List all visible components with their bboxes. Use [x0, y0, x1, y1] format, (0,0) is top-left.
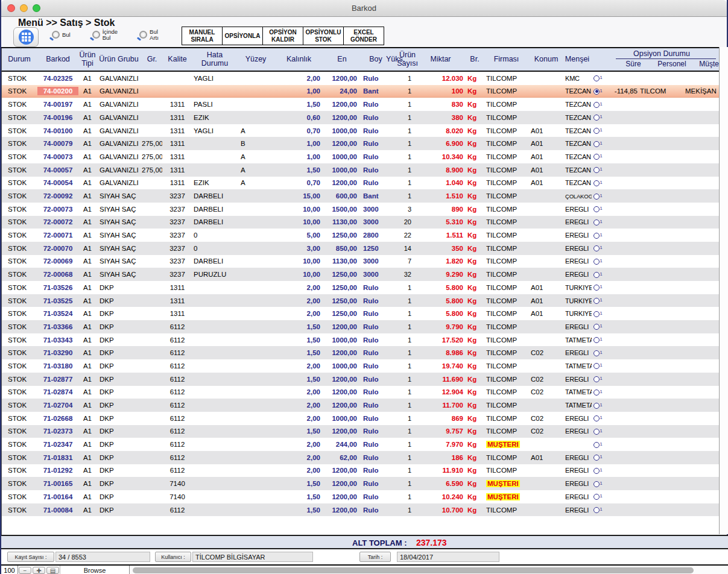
- stock-row-74-00073[interactable]: STOK74-00073A1GALVANIZLI275,001311A1,001…: [2, 150, 719, 163]
- opsiyon-radio[interactable]: 1: [592, 481, 605, 487]
- stock-row-74-02325[interactable]: STOK74-02325A1GALVANIZLIYAGLI2,001200,00…: [2, 72, 719, 85]
- radio-icon[interactable]: [593, 180, 600, 186]
- opsiyon-radio[interactable]: 1: [592, 258, 605, 265]
- layout-toggle-icon[interactable]: ▤: [46, 567, 59, 574]
- opsiyon-radio[interactable]: 1: [592, 219, 605, 226]
- opsiyon-radio[interactable]: 1: [592, 127, 605, 134]
- radio-icon[interactable]: [593, 128, 600, 134]
- radio-icon[interactable]: [593, 194, 600, 200]
- stock-row-72-00070[interactable]: STOK72-00070A1SIYAH SAÇ323703,00850,0012…: [2, 242, 719, 255]
- stock-row-72-00072[interactable]: STOK72-00072A1SIYAH SAÇ3237DARBELI10,001…: [2, 216, 719, 229]
- stock-row-74-00200[interactable]: STOK74-00200A1GALVANIZLI1,0024,00Bant110…: [2, 85, 719, 98]
- radio-icon[interactable]: [593, 115, 600, 121]
- opsiyon-radio[interactable]: 1: [592, 323, 605, 330]
- stock-row-71-03526[interactable]: STOK71-03526A1DKP13112,001250,00Rulo15.8…: [2, 281, 719, 294]
- stock-row-71-03524[interactable]: STOK71-03524A1DKP13112,001250,00Rulo15.8…: [2, 307, 719, 320]
- zoom-out-button[interactable]: −: [19, 567, 31, 574]
- stock-row-71-01292[interactable]: STOK71-01292A1DKP61122,001200,00Rulo111.…: [2, 464, 719, 478]
- radio-icon[interactable]: [593, 494, 600, 500]
- opsiyon-radio[interactable]: 1: [592, 402, 605, 409]
- find-button-bul[interactable]: Bul: [52, 29, 71, 41]
- opsiyon-radio[interactable]: 1: [592, 206, 605, 212]
- stock-row-71-03366[interactable]: STOK71-03366A1DKP61121,501200,00Rulo19.7…: [2, 320, 719, 333]
- stock-row-71-02347[interactable]: STOK71-02347A1DKP61122,00244,00Rulo17.97…: [2, 438, 719, 451]
- stock-row-72-00071[interactable]: STOK72-00071A1SIYAH SAÇ323705,001250,002…: [2, 229, 719, 242]
- action-button-opsi-yonlu-stok[interactable]: OPSİYONLU STOK: [303, 27, 344, 45]
- stock-row-71-03343[interactable]: STOK71-03343A1DKP61121,501000,00Rulo117.…: [2, 333, 719, 347]
- radio-icon[interactable]: [593, 154, 600, 160]
- horizontal-scrollbar[interactable]: [130, 566, 728, 574]
- opsiyon-radio[interactable]: 1: [592, 441, 605, 448]
- radio-icon[interactable]: [593, 350, 600, 356]
- radio-icon[interactable]: [593, 233, 600, 239]
- radio-icon[interactable]: [593, 298, 600, 304]
- radio-icon[interactable]: [593, 245, 600, 251]
- opsiyon-radio[interactable]: 1: [592, 311, 605, 317]
- opsiyon-radio[interactable]: 1: [592, 114, 605, 121]
- stock-row-71-02704[interactable]: STOK71-02704A1DKP61122,001200,00Rulo111.…: [2, 399, 719, 412]
- stock-row-71-02877[interactable]: STOK71-02877A1DKP61121,501200,00Rulo111.…: [2, 373, 719, 386]
- stock-row-72-00073[interactable]: STOK72-00073A1SIYAH SAÇ3237DARBELI10,001…: [2, 203, 719, 216]
- user-field[interactable]: TİLCOMP BİLGİSAYAR: [192, 552, 313, 562]
- record-count-field[interactable]: 34 / 8553: [55, 552, 150, 562]
- stock-row-71-00084[interactable]: STOK71-00084A1DKP61121,501200,00Rulo110.…: [2, 503, 719, 517]
- radio-icon[interactable]: [593, 259, 600, 265]
- find-button-i-cinde-bul[interactable]: İçinde Bul: [92, 29, 118, 41]
- radio-selected-icon[interactable]: [593, 89, 600, 95]
- stock-row-71-03290[interactable]: STOK71-03290A1DKP61121,501200,00Rulo18.9…: [2, 346, 719, 359]
- opsiyon-radio[interactable]: 1: [592, 350, 605, 356]
- radio-icon[interactable]: [593, 219, 600, 226]
- stock-row-74-00100[interactable]: STOK74-00100A1GALVANIZLI1311YAGLIA0,7010…: [2, 124, 719, 137]
- opsiyon-radio[interactable]: 1: [592, 245, 605, 251]
- radio-icon[interactable]: [593, 272, 600, 278]
- find-button-bul-arti[interactable]: Bul Artı: [139, 29, 159, 41]
- opsiyon-radio[interactable]: 1: [592, 415, 605, 421]
- radio-icon[interactable]: [593, 442, 600, 448]
- stock-row-71-00165[interactable]: STOK71-00165A1DKP71401,501200,00Rulo16.5…: [2, 477, 719, 490]
- action-button-excel-gonder[interactable]: EXCEL GÖNDER: [343, 27, 384, 45]
- opsiyon-radio[interactable]: 1: [592, 153, 605, 160]
- stock-row-72-00068[interactable]: STOK72-00068A1SIYAH SAÇ3237PURUZLU10,001…: [2, 268, 719, 281]
- action-button-opsi-yonla[interactable]: OPSİYONLA: [222, 27, 263, 45]
- radio-icon[interactable]: [593, 376, 600, 382]
- radio-icon[interactable]: [593, 206, 600, 212]
- opsiyon-radio[interactable]: 1: [592, 428, 605, 435]
- radio-icon[interactable]: [593, 468, 600, 474]
- stock-row-74-00196[interactable]: STOK74-00196A1GALVANIZLI1311EZIK0,601200…: [2, 111, 719, 124]
- opsiyon-radio[interactable]: 1: [592, 389, 605, 396]
- stock-row-71-03525[interactable]: STOK71-03525A1DKP13112,001250,00Rulo15.8…: [2, 294, 719, 308]
- radio-icon[interactable]: [593, 429, 600, 435]
- stock-row-71-03180[interactable]: STOK71-03180A1DKP61122,001000,00Rulo119.…: [2, 359, 719, 373]
- opsiyon-radio[interactable]: 1: [592, 140, 605, 147]
- stock-row-74-00079[interactable]: STOK74-00079A1GALVANIZLI275,001311B1,001…: [2, 137, 719, 150]
- stock-row-71-02668[interactable]: STOK71-02668A1DKP61122,001000,00Rulo1869…: [2, 412, 719, 425]
- radio-icon[interactable]: [593, 167, 600, 173]
- opsiyon-radio[interactable]: 1: [592, 467, 605, 474]
- opsiyon-radio[interactable]: 1: [592, 166, 605, 173]
- opsiyon-radio[interactable]: 1: [592, 232, 605, 239]
- mode-indicator[interactable]: Browse: [60, 566, 130, 574]
- radio-icon[interactable]: [593, 75, 600, 81]
- opsiyon-radio[interactable]: 1: [592, 493, 605, 500]
- opsiyon-radio[interactable]: 1: [592, 297, 605, 304]
- action-button-manuel-sirala[interactable]: MANUEL SIRALA: [182, 27, 223, 45]
- opsiyon-radio[interactable]: 1: [592, 506, 605, 513]
- stock-row-74-00054[interactable]: STOK74-00054A1GALVANIZLI1311EZIKA0,70120…: [2, 177, 719, 190]
- radio-icon[interactable]: [593, 311, 600, 317]
- opsiyon-radio[interactable]: 1: [592, 454, 605, 461]
- vertical-scrollbar[interactable]: [719, 47, 728, 534]
- radio-icon[interactable]: [593, 507, 600, 513]
- radio-icon[interactable]: [593, 363, 600, 369]
- scrollbar-thumb[interactable]: [133, 567, 694, 573]
- radio-icon[interactable]: [593, 403, 600, 409]
- opsiyon-radio[interactable]: 1: [592, 75, 605, 81]
- opsiyon-radio[interactable]: 1: [592, 193, 605, 200]
- stock-row-74-00057[interactable]: STOK74-00057A1GALVANIZLI275,001311A1,501…: [2, 163, 719, 177]
- stock-row-71-02874[interactable]: STOK71-02874A1DKP61122,001200,00Rulo112.…: [2, 386, 719, 399]
- radio-icon[interactable]: [593, 390, 600, 396]
- opsiyon-radio[interactable]: 1: [592, 88, 605, 95]
- opsiyon-radio[interactable]: 1: [592, 376, 605, 382]
- stock-row-71-01831[interactable]: STOK71-01831A1DKP61122,0062,00Rulo1186Kg…: [2, 451, 719, 464]
- radio-icon[interactable]: [593, 324, 600, 330]
- zoom-in-button[interactable]: ✚: [33, 567, 45, 574]
